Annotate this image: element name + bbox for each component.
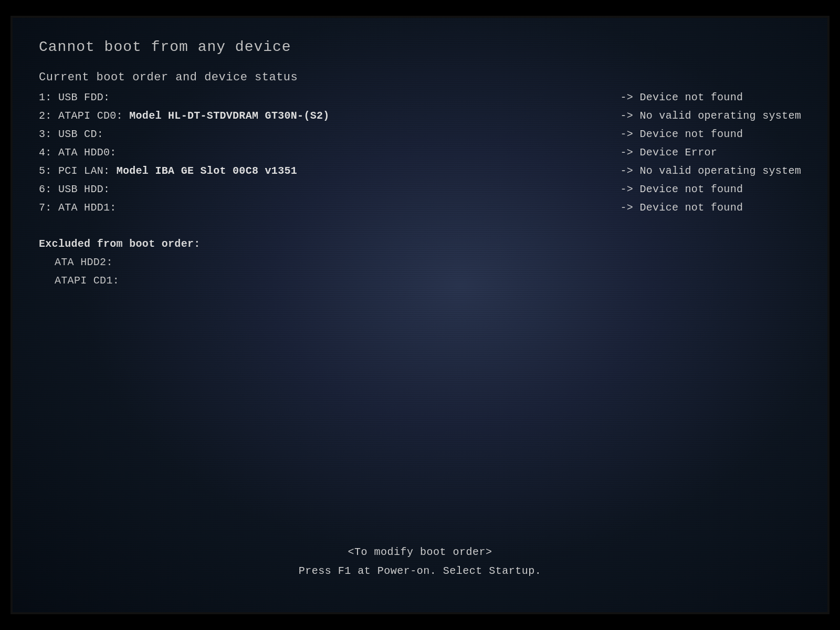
excluded-item-2: ATAPI CD1: — [39, 271, 801, 290]
boot-status-5: -> No valid operating system — [621, 162, 801, 180]
status-list: -> Device not found-> No valid operating… — [621, 88, 801, 217]
boot-entry-4: 4: ATA HDD0: — [39, 143, 330, 162]
excluded-section: Excluded from boot order: ATA HDD2:ATAPI… — [39, 238, 801, 290]
boot-status-6: -> Device not found — [621, 180, 801, 198]
section-title: Current boot order and device status — [39, 71, 801, 84]
boot-status-2: -> No valid operating system — [621, 107, 801, 125]
hint-line-2: Press F1 at Power-on. Select Startup. — [13, 562, 827, 581]
excluded-item-1: ATA HDD2: — [39, 253, 801, 271]
hint-line-1: <To modify boot order> — [13, 543, 827, 562]
boot-status-7: -> Device not found — [621, 198, 801, 217]
bottom-hint: <To modify boot order> Press F1 at Power… — [13, 543, 827, 581]
boot-entry-7: 7: ATA HDD1: — [39, 198, 330, 217]
bios-screen: Cannot boot from any device Current boot… — [10, 16, 830, 614]
boot-status-1: -> Device not found — [621, 88, 801, 107]
boot-entry-2: 2: ATAPI CD0: Model HL-DT-STDVDRAM GT30N… — [39, 107, 330, 125]
boot-status-3: -> Device not found — [621, 125, 801, 143]
excluded-title: Excluded from boot order: — [39, 238, 801, 250]
boot-table: 1: USB FDD:2: ATAPI CD0: Model HL-DT-STD… — [39, 88, 801, 217]
boot-entry-6: 6: USB HDD: — [39, 180, 330, 198]
boot-entry-1: 1: USB FDD: — [39, 88, 330, 107]
main-title: Cannot boot from any device — [39, 39, 801, 55]
boot-status-4: -> Device Error — [621, 143, 801, 162]
boot-entry-3: 3: USB CD: — [39, 125, 330, 143]
boot-entry-5: 5: PCI LAN: Model IBA GE Slot 00C8 v1351 — [39, 162, 330, 180]
boot-list: 1: USB FDD:2: ATAPI CD0: Model HL-DT-STD… — [39, 88, 330, 217]
